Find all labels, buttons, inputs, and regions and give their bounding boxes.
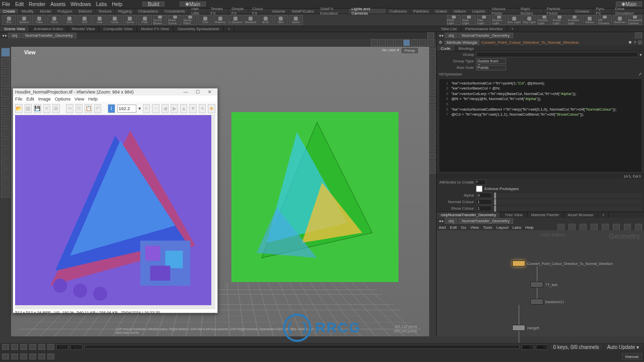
display-opt-icon[interactable] xyxy=(430,90,436,96)
next-frame-icon[interactable] xyxy=(38,344,45,350)
tool-icon[interactable] xyxy=(1,189,10,198)
net-menu-item[interactable]: Layout xyxy=(497,225,509,230)
vp-tool-icon[interactable] xyxy=(387,39,394,46)
path-node[interactable]: NormalTransfer_Geometry xyxy=(22,33,76,38)
display-opt-icon[interactable] xyxy=(430,104,436,110)
net-menu-item[interactable]: Go xyxy=(461,225,466,230)
slider-value[interactable]: 1 xyxy=(476,199,492,205)
parm-path-node[interactable]: NormalTransfer_Geometry xyxy=(458,33,513,38)
shelf-tool[interactable]: Platonic xyxy=(213,15,227,25)
slider-track[interactable] xyxy=(494,193,642,198)
tool-icon[interactable] xyxy=(1,108,10,117)
net-tool-icon[interactable] xyxy=(602,224,609,231)
shelf-tab[interactable]: Grains xyxy=(432,9,451,14)
pane-tab[interactable]: Composite View xyxy=(99,26,137,32)
up-icon[interactable]: ▲ xyxy=(180,104,188,113)
network-node[interactable]: transform11 xyxy=(530,299,564,305)
shelf-tool[interactable]: Switcher xyxy=(613,15,627,25)
vex-editor[interactable]: 1"kw">vector NormalCol = "fn">point(1, "… xyxy=(439,78,642,172)
network-tab[interactable]: + xyxy=(598,212,609,218)
vp-tool-icon[interactable] xyxy=(427,39,434,46)
pane-tab[interactable]: + xyxy=(224,26,235,32)
slider-track[interactable] xyxy=(494,206,642,211)
network-tab[interactable]: Material Palette xyxy=(527,212,564,218)
prev-frame-icon[interactable] xyxy=(11,344,18,350)
vp-tool-icon[interactable] xyxy=(379,39,386,46)
menu-labs[interactable]: Labs xyxy=(96,2,107,7)
shelf-tab[interactable]: Drive Simulation xyxy=(612,9,644,14)
pane-tab[interactable]: Take List xyxy=(437,26,461,32)
net-tool-icon[interactable] xyxy=(591,224,598,231)
ifv-menu-item[interactable]: View xyxy=(74,97,84,102)
shelf-tab[interactable]: Constraints xyxy=(162,9,188,14)
down-icon[interactable]: ▼ xyxy=(189,104,197,113)
net-menu-item[interactable]: Tools xyxy=(483,225,493,230)
print-icon[interactable]: 🖶 xyxy=(52,104,60,113)
shelf-tool[interactable]: Ends xyxy=(259,15,273,25)
auto-update-menu[interactable]: Auto Update ▾ xyxy=(604,344,642,350)
star-icon[interactable]: ★ xyxy=(208,104,215,113)
tool-icon[interactable] xyxy=(1,138,10,147)
net-menu-item[interactable]: View xyxy=(470,225,479,230)
flag-icon[interactable]: ✱ xyxy=(628,40,632,45)
ifv-menu-item[interactable]: Image xyxy=(38,97,51,102)
status-icon[interactable] xyxy=(2,353,9,359)
shelf-tool[interactable]: Geoparent Camera xyxy=(628,15,642,25)
minimize-icon[interactable]: — xyxy=(180,89,191,95)
status-icon[interactable] xyxy=(20,353,27,359)
menu-assets[interactable]: Assets xyxy=(50,2,65,7)
net-menu-item[interactable]: Labs xyxy=(513,225,521,230)
ifv-menu-item[interactable]: Help xyxy=(88,97,98,102)
net-tool-icon[interactable] xyxy=(635,224,642,231)
end-frame-field-a[interactable] xyxy=(522,344,534,350)
move-tool-icon[interactable] xyxy=(1,58,10,67)
gear-icon[interactable]: ⚙ xyxy=(439,40,442,45)
tool-icon[interactable] xyxy=(1,168,10,177)
camera-menu[interactable]: No cam ▾ xyxy=(382,48,399,52)
network-node[interactable]: TT_test xyxy=(530,282,557,288)
shelf-tab[interactable]: Particle Fluids xyxy=(544,9,573,14)
scale-tool-icon[interactable] xyxy=(1,78,10,87)
shelf-tab[interactable]: Rigging xyxy=(115,9,135,14)
vp-tool-icon[interactable] xyxy=(395,39,402,46)
desktop-main[interactable]: ✱ Main xyxy=(180,2,206,7)
shelf-tool[interactable]: L-System xyxy=(228,15,243,25)
shelf-tab[interactable]: Rigid Bodies xyxy=(518,9,544,14)
network-node[interactable]: merge5 xyxy=(512,325,539,331)
net-tool-icon[interactable] xyxy=(613,224,620,231)
select-tool-icon[interactable] xyxy=(1,48,10,57)
slider-track[interactable] xyxy=(494,200,642,205)
shelf-tool[interactable]: Spray Paint xyxy=(183,15,197,25)
cook-mode[interactable]: Manual xyxy=(622,353,642,360)
last-frame-icon[interactable] xyxy=(47,344,54,350)
undo-icon[interactable]: ↶ xyxy=(94,104,102,113)
shelf-tab[interactable]: Polygon xyxy=(54,9,75,14)
shelf-tool[interactable]: Skin xyxy=(274,15,288,25)
paste-icon[interactable]: 📋 xyxy=(85,104,92,113)
shelf-tool[interactable]: Font xyxy=(198,15,212,25)
display-opt-icon[interactable] xyxy=(430,139,436,145)
shelf-tab[interactable]: Texture xyxy=(96,9,115,14)
tool-icon[interactable] xyxy=(1,148,10,157)
shelf-tab[interactable]: Vellum xyxy=(451,9,469,14)
pane-tab[interactable]: Performance Monitor xyxy=(461,26,508,32)
shelf-tab[interactable]: Terrain FX xyxy=(208,9,228,14)
shelf-tab[interactable]: Cloud FX xyxy=(249,9,269,14)
vp-tool-icon[interactable] xyxy=(411,39,418,46)
menu-file[interactable]: File xyxy=(2,2,10,7)
vp-tool-icon[interactable] xyxy=(403,39,410,46)
info-icon[interactable]: ⓘ xyxy=(638,40,642,45)
pane-tab[interactable]: Geometry Spreadsheet xyxy=(174,26,224,32)
display-opt-icon[interactable] xyxy=(430,111,436,117)
shelf-tab[interactable]: Hair Utils xyxy=(189,9,208,14)
net-path-obj[interactable]: obj xyxy=(445,218,457,224)
play-icon[interactable] xyxy=(29,344,36,350)
display-opt-icon[interactable] xyxy=(430,125,436,131)
node-name[interactable]: Convert_Point_Colour_Direction_To_Normal… xyxy=(481,40,579,45)
tool-icon[interactable] xyxy=(1,128,10,137)
menu-render[interactable]: Render xyxy=(29,2,45,7)
expand-icon[interactable]: ⤢ xyxy=(638,72,642,76)
shelf-tab[interactable]: SideFXLabs xyxy=(289,9,317,14)
shelf-tab[interactable]: Volume xyxy=(269,9,289,14)
open-icon[interactable]: 📂 xyxy=(15,104,23,113)
